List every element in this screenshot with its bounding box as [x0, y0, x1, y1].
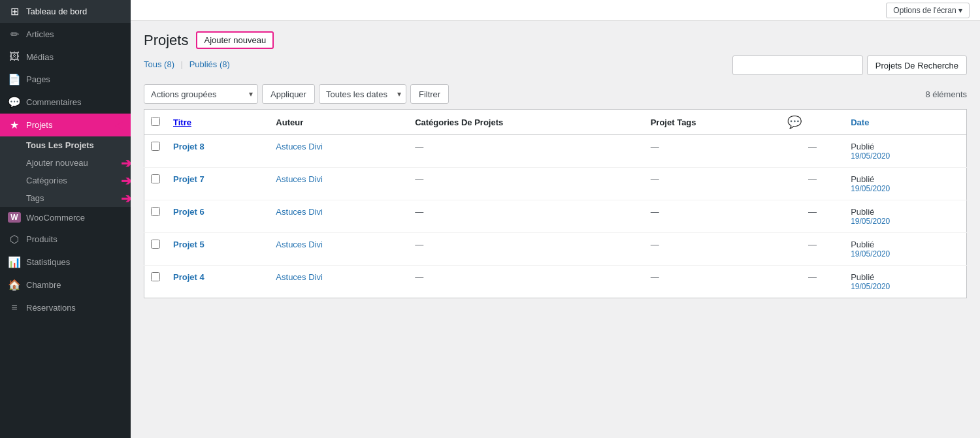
top-bar: Options de l'écran ▾ [131, 0, 980, 21]
row-date-cell: Publié 19/05/2020 [844, 168, 966, 200]
filter-button[interactable]: Filtrer [410, 84, 449, 104]
sidebar-item-produits[interactable]: ⬡ Produits [0, 228, 131, 251]
sort-titre-link[interactable]: Titre [173, 117, 191, 127]
row-comment-cell: — [781, 168, 845, 200]
submenu-ajouter-nouveau[interactable]: Ajouter nouveau ➔ [0, 154, 131, 172]
table-row: Projet 8 Astuces Divi — — — Publié 19/05… [144, 135, 967, 168]
filter-separator: | [181, 59, 183, 69]
chambre-icon: 🏠 [8, 279, 21, 291]
row-tags-cell: — [644, 168, 781, 200]
project-title-link[interactable]: Projet 5 [173, 240, 204, 249]
th-comment: 💬 [781, 110, 845, 135]
tags-value: — [651, 240, 659, 249]
row-author-cell: Astuces Divi [269, 135, 408, 168]
page-title: Projets [144, 32, 188, 49]
row-checkbox-cell [144, 200, 167, 233]
filter-published-link[interactable]: Publiés (8) [189, 59, 230, 69]
project-title-link[interactable]: Projet 4 [173, 272, 204, 282]
screen-options-button[interactable]: Options de l'écran ▾ [886, 3, 970, 18]
table-header-row: Titre Auteur Catégories De Projets Proje… [144, 110, 967, 135]
row-comment-cell: — [781, 233, 845, 266]
date-link[interactable]: 19/05/2020 [851, 151, 960, 161]
tags-arrow-icon: ➔ [121, 191, 131, 206]
filter-all-link[interactable]: Tous (8) [144, 59, 177, 69]
comment-col-icon: 💬 [787, 116, 802, 129]
select-all-checkbox[interactable] [151, 117, 160, 126]
sidebar-item-chambre[interactable]: 🏠 Chambre [0, 274, 131, 296]
author-link[interactable]: Astuces Divi [276, 142, 323, 151]
pages-icon: 📄 [8, 73, 21, 86]
sidebar-item-statistiques[interactable]: 📊 Statistiques [0, 251, 131, 274]
project-title-link[interactable]: Projet 7 [173, 174, 204, 184]
sidebar-item-label: Statistiques [26, 257, 70, 267]
screen-options-label: Options de l'écran ▾ [893, 6, 962, 15]
author-link[interactable]: Astuces Divi [276, 240, 323, 249]
date-link[interactable]: 19/05/2020 [851, 249, 960, 258]
grouped-actions-select[interactable]: Actions groupées Modifier Placer dans la… [144, 84, 258, 104]
dates-wrapper: Toutes les dates Mai 2020 [319, 84, 406, 104]
sidebar-item-label: Produits [26, 234, 57, 244]
project-title-link[interactable]: Projet 6 [173, 207, 204, 217]
author-link[interactable]: Astuces Divi [276, 272, 323, 282]
row-tags-cell: — [644, 233, 781, 266]
sidebar-item-label: Tableau de bord [26, 7, 87, 16]
author-link[interactable]: Astuces Divi [276, 207, 323, 217]
dates-select[interactable]: Toutes les dates Mai 2020 [319, 84, 406, 104]
row-date-cell: Publié 19/05/2020 [844, 135, 966, 168]
ajouter-arrow-icon: ➔ [121, 155, 131, 171]
sidebar-item-pages[interactable]: 📄 Pages [0, 68, 131, 91]
categories-arrow-icon: ➔ [121, 173, 131, 189]
row-date-cell: Publié 19/05/2020 [844, 233, 966, 266]
sidebar-item-label: Médias [26, 52, 54, 62]
row-title-cell: Projet 7 [167, 168, 269, 200]
date-status: Publié [851, 174, 960, 184]
tags-value: — [651, 207, 659, 217]
categories-value: — [415, 174, 423, 184]
comment-value: — [808, 207, 817, 217]
search-button[interactable]: Projets De Recherche [867, 55, 967, 75]
categories-value: — [415, 142, 423, 151]
apply-button[interactable]: Appliquer [262, 84, 315, 104]
submenu-categories[interactable]: Catégories ➔ [0, 172, 131, 189]
submenu-tags-label: Tags [26, 193, 44, 203]
add-new-button[interactable]: Ajouter nouveau [196, 31, 274, 49]
categories-value: — [415, 240, 423, 249]
search-input[interactable] [732, 55, 863, 75]
sidebar-item-woocommerce[interactable]: W WooCommerce [0, 207, 131, 228]
table-row: Projet 6 Astuces Divi — — — Publié 19/05… [144, 200, 967, 233]
sidebar-item-reservations[interactable]: ≡ Réservations [0, 296, 131, 319]
actions-row: Actions groupées Modifier Placer dans la… [144, 84, 967, 104]
row-checkbox[interactable] [151, 142, 160, 151]
date-link[interactable]: 19/05/2020 [851, 282, 960, 291]
sort-date-link[interactable]: Date [851, 117, 869, 127]
date-link[interactable]: 19/05/2020 [851, 184, 960, 193]
submenu-categories-label: Catégories [26, 176, 67, 185]
sidebar-item-projets[interactable]: ★ Projets ◀ [0, 114, 131, 136]
submenu-tous-les-projets[interactable]: Tous Les Projets [0, 136, 131, 154]
row-tags-cell: — [644, 266, 781, 298]
date-link[interactable]: 19/05/2020 [851, 217, 960, 226]
table-row: Projet 7 Astuces Divi — — — Publié 19/05… [144, 168, 967, 200]
row-comment-cell: — [781, 266, 845, 298]
statistiques-icon: 📊 [8, 256, 21, 268]
project-title-link[interactable]: Projet 8 [173, 142, 204, 151]
produits-icon: ⬡ [8, 233, 21, 245]
sidebar-item-label: Commentaires [26, 97, 82, 107]
sidebar-item-articles[interactable]: ✏ Articles [0, 23, 131, 46]
sidebar-item-medias[interactable]: 🖼 Médias [0, 46, 131, 68]
row-title-cell: Projet 5 [167, 233, 269, 266]
th-auteur: Auteur [269, 110, 408, 135]
row-title-cell: Projet 8 [167, 135, 269, 168]
projets-icon: ★ [8, 119, 21, 131]
author-link[interactable]: Astuces Divi [276, 174, 323, 184]
submenu-tags[interactable]: Tags ➔ [0, 189, 131, 207]
sidebar-item-tableau-de-bord[interactable]: ⊞ Tableau de bord [0, 0, 131, 23]
row-checkbox[interactable] [151, 272, 160, 281]
projets-submenu: Tous Les Projets Ajouter nouveau ➔ Catég… [0, 136, 131, 207]
sidebar-item-commentaires[interactable]: 💬 Commentaires [0, 91, 131, 114]
row-author-cell: Astuces Divi [269, 168, 408, 200]
row-checkbox[interactable] [151, 207, 160, 216]
row-checkbox[interactable] [151, 174, 160, 183]
row-checkbox[interactable] [151, 240, 160, 249]
row-date-cell: Publié 19/05/2020 [844, 200, 966, 233]
